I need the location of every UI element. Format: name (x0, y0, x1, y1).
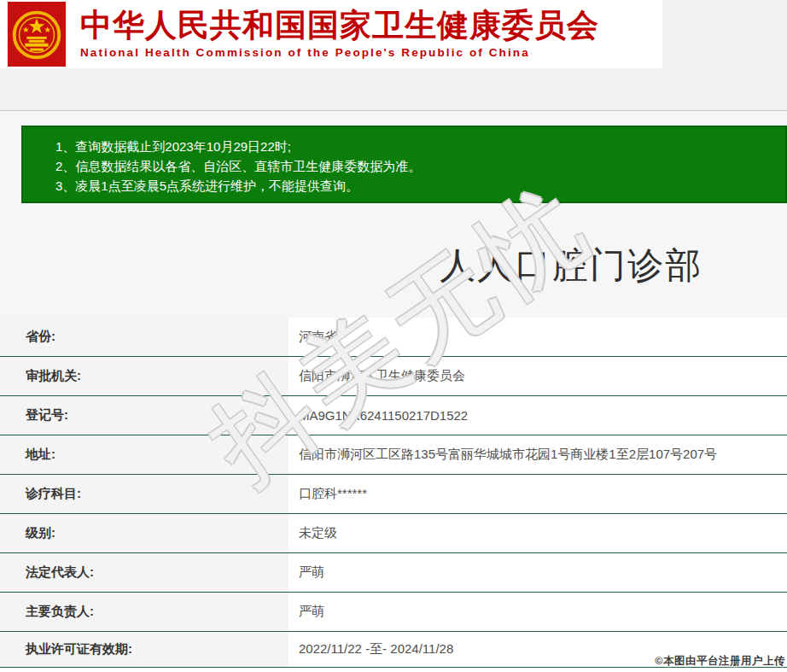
table-row-departments: 诊疗科目: 口腔科****** (0, 475, 787, 514)
row-label: 诊疗科目: (0, 475, 289, 513)
row-value: 河南省 (289, 318, 787, 356)
table-row-approval-authority: 审批机关: 信阳市浉河区卫生健康委员会 (0, 357, 787, 396)
row-label: 省份: (0, 318, 289, 356)
row-value: 未定级 (289, 514, 787, 552)
row-label: 审批机关: (0, 357, 289, 395)
site-title: 中华人民共和国国家卫生健康委员会 (80, 7, 599, 44)
site-header: 中华人民共和国国家卫生健康委员会 National Health Commiss… (0, 0, 662, 68)
row-label: 地址: (0, 435, 289, 474)
notice-banner: 1、查询数据截止到2023年10月29日22时; 2、信息数据结果以各省、自治区… (21, 126, 787, 203)
row-value: 严萌 (289, 553, 787, 592)
row-value: 信阳市浉河区卫生健康委员会 (289, 357, 787, 395)
row-value: 信阳市浉河区工区路135号富丽华城城市花园1号商业楼1至2层107号207号 (289, 435, 787, 474)
institution-name-title: 人人口腔门诊部 (440, 242, 702, 289)
notice-line-3: 3、凌晨1点至凌晨5点系统进行维护，不能提供查询。 (55, 176, 785, 196)
site-subtitle: National Health Commission of the People… (80, 46, 599, 59)
table-row-registration-number: 登记号: MA9G1NK6241150217D1522 (0, 396, 787, 435)
row-label: 执业许可证有效期: (0, 632, 289, 667)
table-row-address: 地址: 信阳市浉河区工区路135号富丽华城城市花园1号商业楼1至2层107号20… (0, 435, 787, 475)
notice-line-1: 1、查询数据截止到2023年10月29日22时; (55, 137, 785, 156)
table-row-province: 省份: 河南省 (0, 318, 787, 357)
header-text-block: 中华人民共和国国家卫生健康委员会 National Health Commiss… (80, 7, 599, 59)
china-national-emblem-icon (7, 2, 67, 67)
row-label: 登记号: (0, 396, 289, 435)
row-label: 法定代表人: (0, 553, 289, 592)
row-label: 主要负责人: (0, 593, 289, 631)
institution-info-table: 省份: 河南省 审批机关: 信阳市浉河区卫生健康委员会 登记号: MA9G1NK… (0, 318, 787, 668)
row-value: MA9G1NK6241150217D1522 (289, 396, 787, 435)
notice-line-2: 2、信息数据结果以各省、自治区、直辖市卫生健康委数据为准。 (55, 156, 785, 176)
row-value: 口腔科****** (289, 475, 787, 513)
table-row-legal-representative: 法定代表人: 严萌 (0, 553, 787, 593)
corner-watermark: ©本图由平台注册用户上传 (655, 654, 785, 669)
table-row-level: 级别: 未定级 (0, 514, 787, 553)
row-label: 级别: (0, 514, 289, 552)
table-row-principal: 主要负责人: 严萌 (0, 593, 787, 632)
row-value: 严萌 (289, 593, 787, 631)
